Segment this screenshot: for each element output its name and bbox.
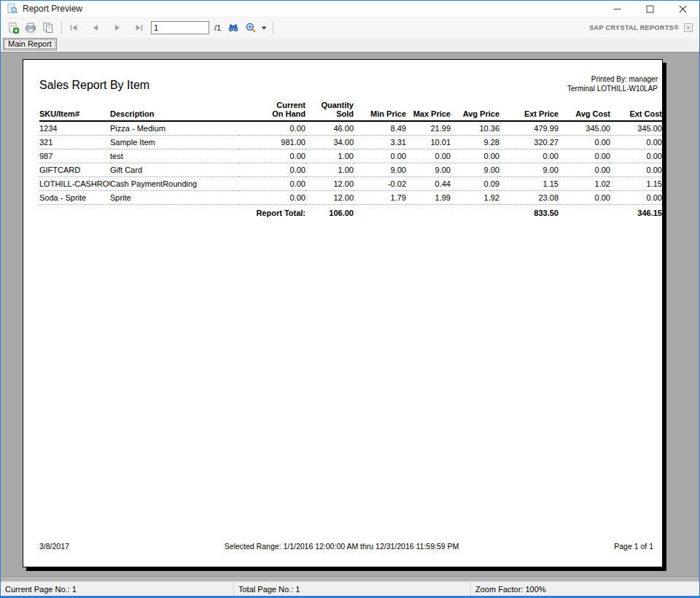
table-cell: 0.44 <box>406 176 451 190</box>
page-number-input[interactable] <box>151 21 209 34</box>
table-cell: Sample Item <box>110 135 238 149</box>
report-total-value <box>354 204 406 222</box>
report-total-value: 833.50 <box>499 204 559 222</box>
table-cell: 1234 <box>39 121 110 135</box>
first-page-button[interactable] <box>66 20 81 36</box>
footer-date: 3/8/2017 <box>39 542 69 551</box>
horizontal-scrollbar-track[interactable] <box>1 576 699 581</box>
page-total-label: /1 <box>214 23 221 32</box>
table-cell: 9.00 <box>499 163 559 176</box>
table-cell: Sprite <box>110 190 238 204</box>
report-total-value <box>559 204 610 222</box>
column-header: Current On Hand <box>238 101 306 121</box>
table-cell: 10.01 <box>406 135 451 149</box>
table-cell: 1.99 <box>406 190 451 204</box>
table-row: Soda - SpriteSprite0.0012.001.791.991.92… <box>39 190 662 204</box>
table-cell: 9.28 <box>451 135 499 149</box>
table-cell: 23.08 <box>499 190 559 204</box>
table-cell: 46.00 <box>306 121 354 135</box>
status-current-page: Current Page No.: 1 <box>1 582 234 596</box>
title-bar: Report Preview <box>1 1 699 18</box>
print-button[interactable] <box>22 20 39 36</box>
table-cell: 12.00 <box>306 190 354 204</box>
table-cell: 1.92 <box>451 190 499 204</box>
table-cell: 10.36 <box>451 121 499 135</box>
report-preview-window: Report Preview <box>0 0 700 598</box>
table-cell: 0.00 <box>238 176 306 190</box>
table-cell: 0.00 <box>559 190 610 204</box>
table-cell: 0.00 <box>238 149 306 163</box>
table-cell: 9.00 <box>451 163 499 176</box>
table-cell: Gift Card <box>110 163 238 176</box>
maximize-button[interactable] <box>634 1 666 17</box>
table-cell: 21.99 <box>406 121 451 135</box>
table-cell: 345.00 <box>610 121 662 135</box>
table-header-row: SKU/Item#DescriptionCurrent On HandQuant… <box>39 101 662 121</box>
table-cell: 34.00 <box>306 135 354 149</box>
close-button[interactable] <box>666 1 699 17</box>
table-cell: 9.00 <box>354 163 406 176</box>
report-title: Sales Report By Item <box>39 79 149 92</box>
table-cell: 0.00 <box>451 149 499 163</box>
column-header: Ext Price <box>499 101 559 121</box>
copy-icon <box>42 22 55 34</box>
table-cell: 987 <box>39 149 110 163</box>
export-button[interactable] <box>4 20 22 36</box>
zoom-button[interactable] <box>244 20 258 36</box>
table-row: 1234Pizza - Medium0.0046.008.4921.9910.3… <box>39 121 662 135</box>
table-cell: 0.00 <box>559 149 610 163</box>
find-button[interactable] <box>226 20 241 36</box>
zoom-dropdown-button[interactable] <box>260 20 268 36</box>
table-cell: 0.00 <box>610 135 662 149</box>
table-cell: 0.00 <box>610 149 662 163</box>
footer-selected-range: Selected Range: 1/1/2016 12:00:00 AM thr… <box>69 542 614 551</box>
table-body: 1234Pizza - Medium0.0046.008.4921.9910.3… <box>39 121 662 204</box>
minimize-button[interactable] <box>601 1 634 17</box>
next-page-button[interactable] <box>110 20 125 36</box>
column-header: Ext Cost <box>610 101 662 121</box>
first-page-icon <box>69 23 79 33</box>
column-header: Min Price <box>354 101 406 121</box>
status-bar: Current Page No.: 1 Total Page No.: 1 Zo… <box>1 581 699 596</box>
column-header: SKU/Item# <box>39 101 110 121</box>
branding-area: SAP CRYSTAL REPORTS® <box>589 23 699 32</box>
toolbar: /1 SAP CRYSTAL REPORTS® <box>1 18 699 38</box>
table-row: GIFTCARDGift Card0.001.009.009.009.009.0… <box>39 163 662 176</box>
table-row: 987test0.001.000.000.000.000.000.000.00 <box>39 149 662 163</box>
report-total-value <box>406 204 451 222</box>
table-cell: GIFTCARD <box>39 163 110 176</box>
tab-row: Main Report <box>1 38 699 52</box>
export-icon <box>7 22 20 34</box>
tab-main-report[interactable]: Main Report <box>3 38 57 50</box>
minimize-icon <box>613 5 621 13</box>
table-cell: 0.09 <box>451 176 499 190</box>
column-header: Max Price <box>406 101 451 121</box>
table-cell: 0.00 <box>559 135 610 149</box>
table-cell: 1.00 <box>306 163 354 176</box>
last-page-button[interactable] <box>132 20 147 36</box>
report-total-value <box>451 204 499 222</box>
table-cell: 0.00 <box>610 163 662 176</box>
table-row: 321Sample Item981.0034.003.3110.019.2832… <box>39 135 662 149</box>
dismiss-branding-icon[interactable] <box>684 23 693 32</box>
table-row: LOTHILL-CASHROUCash PaymentRounding0.001… <box>39 176 662 190</box>
maximize-icon <box>646 5 654 13</box>
footer-page-number: Page 1 of 1 <box>614 542 653 551</box>
table-total-row: Report Total:106.00833.50346.15 <box>39 204 662 222</box>
table-cell: 479.99 <box>499 121 559 135</box>
print-icon <box>24 22 37 34</box>
close-icon <box>679 5 687 13</box>
table-cell: 0.00 <box>499 149 559 163</box>
previous-page-button[interactable] <box>88 20 103 36</box>
column-header: Quantity Sold <box>306 101 354 121</box>
printed-by-text: Printed By: manager <box>567 74 658 84</box>
table-cell: test <box>110 149 238 163</box>
terminal-text: Terminal LOTHILL-W10LAP <box>567 84 658 93</box>
table-cell: LOTHILL-CASHROU <box>39 176 110 190</box>
table-cell: 321 <box>39 135 110 149</box>
copy-button[interactable] <box>39 20 57 36</box>
report-preview-icon <box>7 3 18 15</box>
printed-by-block: Printed By: manager Terminal LOTHILL-W10… <box>567 74 658 93</box>
window-title: Report Preview <box>23 4 82 14</box>
report-page: Printed By: manager Terminal LOTHILL-W10… <box>23 59 663 567</box>
